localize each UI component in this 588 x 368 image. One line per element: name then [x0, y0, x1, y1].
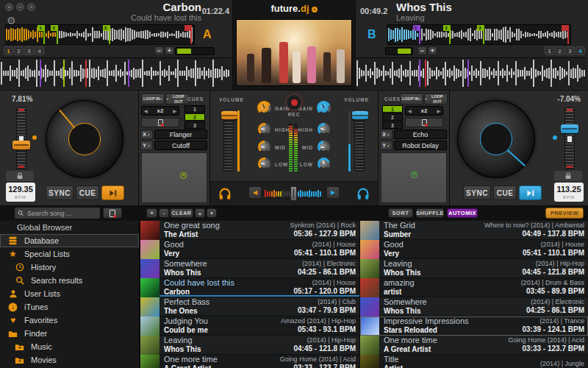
deck-a-beat-waveform[interactable] [1, 57, 232, 88]
deck-a-loop-out-button[interactable]: ◂LOOP OUT [165, 93, 189, 105]
right-track-row[interactable]: TitleArtist(2014) | Jungle [360, 355, 588, 368]
channel-a-volume-handle[interactable] [221, 111, 237, 119]
left-track-row[interactable]: One great songThe ArtistSynkron (2014) |… [140, 221, 359, 240]
channel-b-volume-fader[interactable] [354, 110, 365, 171]
right-track-row[interactable]: One more timeA Great ArtistGoing Home (2… [360, 336, 588, 355]
left-track-row[interactable]: SomewhereWhos This(2014) | Electronic04:… [140, 259, 359, 278]
loop-shorter-arrow-icon[interactable]: ◀ [144, 108, 148, 113]
hotcue-button-2[interactable]: 2 [14, 46, 24, 55]
deck-a-overview-waveform[interactable]: 123 [5, 24, 195, 45]
channel-a-low-knob[interactable] [258, 158, 270, 170]
deck-a-zoom-out-button[interactable]: − [154, 46, 164, 55]
deck-b-loop-out-button[interactable]: ◂LOOP OUT [424, 93, 448, 105]
deck-b-cue-button[interactable]: CUE [493, 185, 517, 200]
left-track-row[interactable]: Could have lost thisCarbon(2014) | House… [140, 278, 359, 297]
hotcue-button-1[interactable]: 1 [545, 46, 554, 55]
left-track-row[interactable]: LeavingWhos This(2014) | Hip-Hop04:45 - … [140, 336, 359, 355]
channel-a-mid-knob[interactable] [258, 141, 270, 153]
sidebar-item-movies[interactable]: +Movies [0, 353, 139, 367]
window-zoom-button[interactable]: + [27, 3, 35, 11]
deck-a-pitch-handle[interactable] [12, 141, 30, 149]
headphone-b-icon[interactable] [356, 187, 370, 203]
deck-b-pitch-slider[interactable] [564, 107, 575, 169]
deck-b-sync-button[interactable]: SYNC [463, 185, 491, 200]
hotcue-button-3[interactable]: 3 [565, 46, 575, 55]
overview-marker[interactable] [190, 25, 192, 44]
deck-b-fx-y-selector[interactable]: Y▼ [380, 141, 392, 150]
deck-a-play-button[interactable] [101, 185, 124, 200]
headphone-a-icon[interactable] [218, 187, 232, 203]
deck-a-loop-length[interactable]: ◀ x2 ▶ [141, 106, 179, 116]
left-track-row[interactable]: Perfect BassThe Ones(2014) | Club03:47 -… [140, 297, 359, 316]
channel-b-volume-handle[interactable] [352, 111, 368, 119]
record-button[interactable] [286, 94, 302, 110]
overview-marker[interactable] [57, 25, 58, 44]
fx-cue-1[interactable]: 1 [382, 105, 403, 113]
deck-b-bpm-lock-button[interactable] [554, 171, 582, 181]
channel-a-gain-knob[interactable] [257, 101, 271, 115]
deck-a-cue-button[interactable]: CUE [76, 185, 99, 200]
right-track-row[interactable]: The GridSumberWhere to now? (2014) | Amb… [360, 221, 588, 240]
deck-b-loop-in-button[interactable]: LOOP IN▸ [400, 93, 423, 105]
window-close-button[interactable]: × [5, 3, 13, 11]
sidebar-item-favorites[interactable]: ♥Favorites [0, 314, 139, 327]
fx-cue-3[interactable]: 3 [382, 121, 403, 129]
deck-a-loop-in-button[interactable]: LOOP IN▸ [141, 93, 165, 105]
sidebar-item-search-results[interactable]: Search results [0, 274, 139, 287]
deck-a-zoom-in-button[interactable]: + [165, 46, 174, 55]
preview-button[interactable]: PREVIEW [545, 208, 584, 219]
crossfader-handle[interactable] [290, 186, 297, 201]
overview-marker[interactable] [567, 25, 569, 44]
automix-button[interactable]: AUTOMIX [447, 208, 478, 218]
move-up-button[interactable]: ▲ [195, 208, 205, 218]
deck-b-xy-pad[interactable]: × [381, 152, 447, 203]
sidebar-item-music[interactable]: +Music [0, 340, 139, 353]
deck-b-overview-waveform[interactable]: 123 [387, 24, 571, 45]
move-down-button[interactable]: ▼ [207, 208, 217, 218]
deck-a-xy-dot[interactable]: × [180, 172, 187, 179]
playlist-remove-button[interactable]: - [159, 208, 169, 218]
deck-b-fx-x-value[interactable]: Echo [394, 130, 447, 139]
overview-marker[interactable] [483, 25, 484, 44]
deck-b-platter[interactable] [457, 100, 535, 178]
overview-marker[interactable] [419, 25, 420, 44]
right-track-row[interactable]: GoodVery(2014) | House05:41 - 110.1 BPM [360, 240, 588, 259]
deck-a-bpm-lock-button[interactable] [6, 171, 34, 181]
deck-a-fx-y-selector[interactable]: Y▼ [140, 141, 153, 150]
crossfader-right-arrow-button[interactable]: ▶ [326, 186, 340, 199]
deck-a-platter[interactable] [46, 100, 123, 178]
window-minimize-button[interactable]: − [16, 3, 24, 11]
left-track-row[interactable]: Judging YouCould be meAmazed (2014) | Hi… [140, 316, 359, 336]
right-track-row[interactable]: amazingartist(2014) | Drum & Bass03:45 -… [360, 278, 588, 297]
sidebar-item-special-lists[interactable]: ★Special Lists [0, 247, 139, 261]
hotcue-button-3[interactable]: 3 [24, 46, 34, 55]
deck-b-loop-exit-button[interactable] [405, 118, 443, 127]
search-box[interactable] [15, 208, 100, 219]
deck-a-fx-x-value[interactable]: Flanger [154, 130, 207, 139]
sort-button[interactable]: SORT [388, 208, 413, 218]
channel-b-high-knob[interactable] [318, 123, 330, 135]
loop-shorter-arrow-icon[interactable]: ◀ [408, 108, 412, 113]
overview-marker[interactable] [43, 25, 45, 44]
shuffle-button[interactable]: SHUFFLE [416, 208, 444, 218]
loop-longer-arrow-icon[interactable]: ▶ [437, 108, 440, 113]
channel-a-volume-fader[interactable] [223, 110, 234, 171]
sidebar-item-database[interactable]: Database [0, 234, 139, 247]
fx-cue-2[interactable]: 2 [382, 113, 403, 121]
deck-b-xy-dot[interactable]: × [411, 171, 417, 178]
deck-a-fx-y-value[interactable]: Cutoff [154, 141, 207, 150]
deck-b-fx-x-selector[interactable]: X▼ [380, 130, 392, 139]
sidebar-item-user-lists[interactable]: User Lists [0, 287, 139, 300]
right-track-row[interactable]: LeavingWhos This(2014) | Hip-Hop04:45 - … [360, 259, 588, 278]
right-track-row[interactable]: Impressive ImpressionsStars Reloaded(201… [360, 316, 588, 336]
sidebar-item-itunes[interactable]: ♪iTunes [0, 300, 139, 314]
hotcue-button-1[interactable]: 1 [4, 46, 13, 55]
deck-a-pitch-slider[interactable] [16, 107, 26, 169]
playlist-add-button[interactable]: + [146, 208, 157, 218]
deck-a-xy-pad[interactable]: × [141, 152, 207, 203]
deck-b-zoom-in-button[interactable]: + [428, 46, 437, 55]
crossfader-left-arrow-button[interactable]: ◀ [248, 186, 262, 199]
fx-cue-3[interactable]: 3 [184, 121, 205, 129]
channel-b-gain-knob[interactable] [317, 101, 331, 115]
overview-marker[interactable] [449, 25, 451, 44]
